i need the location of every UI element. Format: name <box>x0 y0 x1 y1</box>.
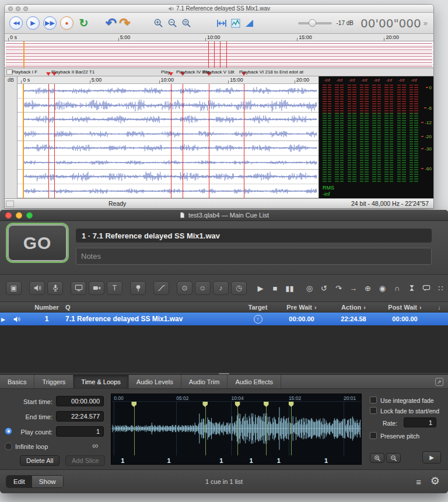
target-arrow-icon[interactable] <box>254 315 262 324</box>
slice-marker-line[interactable] <box>266 402 267 455</box>
qlab-titlebar[interactable]: test3.qlab4 — Main Cue List <box>0 210 448 221</box>
group-cue-icon[interactable]: ▣ <box>6 281 22 295</box>
end-time-field[interactable] <box>56 411 104 422</box>
network-cue-icon[interactable]: ⊙ <box>177 281 192 295</box>
target-button[interactable]: ⊕ <box>362 281 374 295</box>
editor-titlebar[interactable]: 7.1 Reference delayed SS Mix1.wav <box>5 5 433 13</box>
play-button[interactable]: ▶ <box>26 16 40 30</box>
cue-lists-icon[interactable] <box>416 477 421 487</box>
light-cue-icon[interactable] <box>130 281 146 295</box>
zoom-in-button[interactable] <box>152 17 166 30</box>
number-column-header[interactable]: Number <box>33 304 61 311</box>
marker-flag-icon[interactable] <box>46 72 51 76</box>
pause-button[interactable]: ▮▮ <box>284 281 296 295</box>
waveform-channel[interactable] <box>18 127 318 142</box>
timeline-ruler[interactable]: 0 s5:0010:0015:0020:00 <box>5 34 433 41</box>
tab-audio-levels[interactable]: Audio Levels <box>129 375 181 388</box>
settings-gear-icon[interactable] <box>430 475 440 487</box>
toolbar-overflow-chevron[interactable]: » <box>424 19 428 27</box>
action-column-header[interactable]: Action› <box>328 304 379 311</box>
minimize-button[interactable] <box>16 6 20 11</box>
play-button[interactable]: ▶ <box>254 281 267 295</box>
timecode-cue-icon[interactable]: ◷ <box>231 281 247 295</box>
fade-cue-icon[interactable] <box>153 281 169 295</box>
slice-zoom-out-button[interactable] <box>386 453 401 463</box>
rate-field[interactable] <box>404 417 436 427</box>
goto-button[interactable]: → <box>347 281 359 295</box>
detach-inspector-icon[interactable] <box>435 378 443 386</box>
slice-marker-line[interactable] <box>134 402 135 455</box>
output-level-slider[interactable] <box>298 22 332 24</box>
tab-triggers[interactable]: Triggers <box>34 375 74 388</box>
loop-button[interactable]: ↻ <box>77 16 90 30</box>
waveform-region[interactable]: 0 s5:0010:0015:0020:00 <box>18 76 318 198</box>
waveform-channel[interactable] <box>18 141 318 156</box>
waveform-channel[interactable] <box>18 170 318 184</box>
tab-audio-trim[interactable]: Audio Trim <box>181 375 228 388</box>
slice-marker-line[interactable] <box>237 402 238 455</box>
play-count-field[interactable] <box>56 426 104 437</box>
waveform-channel[interactable] <box>18 156 318 170</box>
zoom-button[interactable] <box>23 6 28 11</box>
script-button[interactable]: ∷ <box>435 281 447 295</box>
midi-cue-icon[interactable]: ☺ <box>195 281 211 295</box>
audio-cue-icon[interactable] <box>29 281 45 295</box>
tab-basics[interactable]: Basics <box>0 375 34 388</box>
marker-lane[interactable]: Playback I FPlayback II Bar22 T1PlayPlay… <box>5 68 433 76</box>
selection-tool-button[interactable] <box>215 17 229 30</box>
go-button[interactable]: GO <box>8 224 67 261</box>
notes-input[interactable] <box>76 248 432 265</box>
slice-marker-line[interactable] <box>205 402 206 455</box>
q-column-header[interactable]: Q <box>61 304 240 311</box>
use-integrated-fade-checkbox[interactable] <box>370 396 377 403</box>
edit-mode-button[interactable]: Edit <box>6 476 32 487</box>
close-button[interactable] <box>8 6 13 11</box>
cue-row[interactable]: 1 7.1 Reference delayed SS Mix1.wav 00:0… <box>0 313 448 325</box>
slice-marker-line[interactable] <box>291 402 292 455</box>
text-cue-icon[interactable]: T <box>107 281 123 295</box>
overview-strip[interactable] <box>5 41 433 68</box>
show-mode-button[interactable]: Show <box>32 476 63 487</box>
tab-time-loops[interactable]: Time & Loops <box>74 375 128 388</box>
preview-play-button[interactable] <box>422 451 441 464</box>
zoom-out-button[interactable] <box>166 17 180 30</box>
video-cue-icon[interactable] <box>71 281 86 295</box>
add-slice-button[interactable]: Add Slice <box>65 455 105 466</box>
camera-cue-icon[interactable] <box>89 281 104 295</box>
waveform-ruler[interactable]: 0 s5:0010:0015:0020:00 <box>18 76 318 84</box>
infinite-loop-radio[interactable] <box>5 443 12 450</box>
lock-fade-checkbox[interactable] <box>370 407 377 414</box>
waveform-channel[interactable] <box>18 113 318 127</box>
slice-waveform-body[interactable] <box>111 402 361 455</box>
record-button[interactable]: ● <box>60 16 74 30</box>
postwait-column-header[interactable]: Post Wait› <box>379 304 430 311</box>
start-time-field[interactable] <box>56 396 104 406</box>
flip-button[interactable]: ∩ <box>391 281 403 295</box>
prewait-column-header[interactable]: Pre Wait› <box>275 304 328 311</box>
forward-button[interactable]: ▶▶ <box>43 16 57 30</box>
spectrum-tool-button[interactable] <box>229 17 243 30</box>
zoom-fit-button[interactable] <box>180 17 194 30</box>
memo-button[interactable] <box>420 281 432 295</box>
slice-zoom-in-button[interactable] <box>370 453 384 463</box>
load-button[interactable]: ◎ <box>303 281 316 295</box>
target-column-header[interactable]: Target <box>240 304 275 311</box>
delete-all-button[interactable]: Delete All <box>20 455 60 466</box>
slice-waveform[interactable]: 0.0005:0210:0415:0220:01 111111 <box>111 394 362 465</box>
playhead-line[interactable] <box>23 84 24 198</box>
music-cue-icon[interactable]: ♪ <box>213 281 229 295</box>
stop-button[interactable]: ■ <box>269 281 281 295</box>
devamp-button[interactable]: ↷ <box>332 281 345 295</box>
minimize-button[interactable] <box>16 212 22 219</box>
tab-audio-effects[interactable]: Audio Effects <box>228 375 281 388</box>
slider-thumb[interactable] <box>309 19 316 27</box>
preserve-pitch-checkbox[interactable] <box>370 432 377 439</box>
cue-list-empty-area[interactable] <box>0 325 448 372</box>
redo-button[interactable]: ↷ <box>119 16 130 30</box>
arm-button[interactable]: ◉ <box>376 281 388 295</box>
waveform-channel[interactable] <box>18 84 318 99</box>
mic-cue-icon[interactable] <box>47 281 63 295</box>
waveform-channel[interactable] <box>18 99 318 113</box>
analysis-tool-button[interactable] <box>243 17 257 30</box>
close-button[interactable] <box>5 212 12 219</box>
